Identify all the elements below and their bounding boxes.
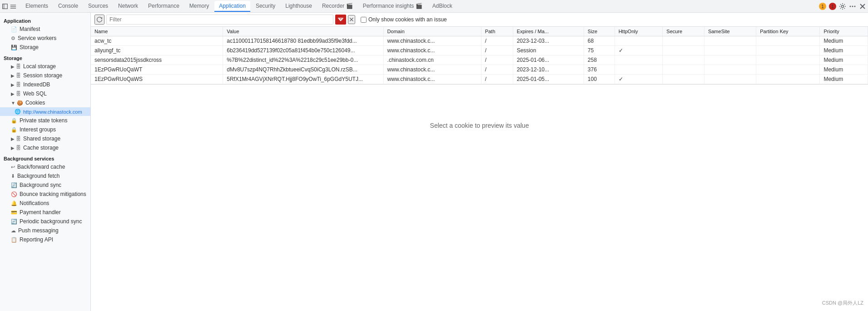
periodic-bg-sync-icon: 🔄 <box>11 219 17 225</box>
cell-row4-col3: / <box>481 75 513 84</box>
bounce-tracking-icon: 🚫 <box>11 191 17 197</box>
col-header-partition-key[interactable]: Partition Key <box>756 27 820 36</box>
sidebar-item-storage-app[interactable]: 💾 Storage <box>0 43 90 52</box>
cell-row1-col1: 6b236419dd527139f02c05a81f454b0e750c1260… <box>223 46 383 55</box>
tab-memory[interactable]: Memory <box>185 1 213 12</box>
sidebar-item-interest-groups[interactable]: 🔒 Interest groups <box>0 125 90 134</box>
filter-bar: ✕ Only show cookies with an issue <box>91 13 868 27</box>
session-storage-icon: 🗄 <box>16 73 21 78</box>
table-header-row: Name Value Domain Path Expires / Ma... S… <box>91 27 868 36</box>
sidebar-item-back-forward-cache[interactable]: ↩ Back/forward cache <box>0 162 90 171</box>
tab-application[interactable]: Application <box>214 1 250 12</box>
svg-rect-4 <box>10 8 16 8</box>
clear-search-button[interactable]: ✕ <box>348 15 355 24</box>
col-header-name[interactable]: Name <box>91 27 223 36</box>
cookies-url-icon: 🌐 <box>15 109 21 115</box>
sidebar-item-manifest[interactable]: 📄 Manifest <box>0 25 90 34</box>
sidebar-item-background-fetch[interactable]: ⬇ Background fetch <box>0 171 90 181</box>
col-header-expires[interactable]: Expires / Ma... <box>513 27 584 36</box>
cell-row1-col6: ✓ <box>615 46 663 55</box>
tab-lighthouse[interactable]: Lighthouse <box>281 1 317 12</box>
svg-point-5 <box>842 5 844 7</box>
tab-adblock[interactable]: AdBlock <box>428 1 457 12</box>
sidebar-item-local-storage[interactable]: ▶ 🗄 Local storage <box>0 62 90 71</box>
sidebar-item-indexeddb[interactable]: ▶ 🗄 IndexedDB <box>0 80 90 89</box>
cell-row2-col4: 2025-01-06... <box>513 55 584 65</box>
sidebar-item-cache-storage[interactable]: ▶ 🗄 Cache storage <box>0 143 90 152</box>
col-header-priority[interactable]: Priority <box>820 27 868 36</box>
svg-point-7 <box>852 5 853 7</box>
refresh-button[interactable] <box>94 15 104 25</box>
settings-icon[interactable] <box>839 3 846 10</box>
cell-row0-col6 <box>615 36 663 46</box>
cell-row1-col10: Medium <box>820 46 868 55</box>
push-messaging-icon: ☁ <box>11 228 16 234</box>
close-devtools-icon[interactable] <box>859 3 866 10</box>
cell-row4-col4: 2025-01-05... <box>513 75 584 84</box>
sidebar-item-notifications[interactable]: 🔔 Notifications <box>0 199 90 208</box>
svg-rect-3 <box>10 6 16 7</box>
col-header-secure[interactable]: Secure <box>663 27 704 36</box>
cell-row0-col0: acw_tc <box>91 36 223 46</box>
col-header-httponly[interactable]: HttpOnly <box>615 27 663 36</box>
cell-row4-col6: ✓ <box>615 75 663 84</box>
content-area: ✕ Only show cookies with an issue Name V… <box>91 13 868 311</box>
only-issues-checkbox[interactable] <box>361 17 367 23</box>
table-row[interactable]: sensorsdata2015jssdkcross%7B%22distinct_… <box>91 55 868 65</box>
sidebar-item-push-messaging[interactable]: ☁ Push messaging <box>0 226 90 235</box>
table-row[interactable]: 1EzPGwRUoQaWTdMv8U7szp4NQ7RhhZkbtueeiCvq… <box>91 65 868 75</box>
col-header-path[interactable]: Path <box>481 27 513 36</box>
cell-row0-col2: www.chinastock.c... <box>383 36 481 46</box>
tab-console[interactable]: Console <box>54 1 83 12</box>
cell-row3-col6 <box>615 65 663 75</box>
sidebar-item-shared-storage[interactable]: ▶ 🗄 Shared storage <box>0 134 90 143</box>
col-header-size[interactable]: Size <box>584 27 615 36</box>
dock-icon[interactable] <box>2 3 8 10</box>
cookie-preview-area: Select a cookie to preview its value <box>91 84 868 166</box>
cookies-table-container: Name Value Domain Path Expires / Ma... S… <box>91 27 868 311</box>
tab-recorder[interactable]: Recorder 🎬 <box>317 1 357 12</box>
cookie-preview-text: Select a cookie to preview its value <box>430 122 529 129</box>
cell-row4-col8 <box>704 75 756 84</box>
svg-point-6 <box>850 5 851 7</box>
application-section-title: Application <box>0 15 90 25</box>
cell-row3-col4: 2023-12-10... <box>513 65 584 75</box>
sidebar-item-service-workers[interactable]: ⚙ Service workers <box>0 34 90 43</box>
sidebar-item-web-sql[interactable]: ▶ 🗄 Web SQL <box>0 89 90 98</box>
clear-filter-button[interactable] <box>335 15 346 25</box>
sidebar-item-bounce-tracking[interactable]: 🚫 Bounce tracking mitigations <box>0 190 90 199</box>
col-header-samesite[interactable]: SameSite <box>704 27 756 36</box>
sidebar-item-private-state-tokens[interactable]: 🔒 Private state tokens <box>0 116 90 125</box>
col-header-value[interactable]: Value <box>223 27 383 36</box>
tab-performance[interactable]: Performance <box>144 1 184 12</box>
cookies-icon: 🍪 <box>17 100 23 106</box>
table-row[interactable]: acw_tcac110001170158146618780 81edbb99ad… <box>91 36 868 46</box>
cell-row3-col8 <box>704 65 756 75</box>
tab-security[interactable]: Security <box>251 1 280 12</box>
sidebar-item-background-sync[interactable]: 🔄 Background sync <box>0 181 90 190</box>
cell-row2-col1: %7B%22distinct_id%22%3A%2218c29c51ee29bb… <box>223 55 383 65</box>
col-header-domain[interactable]: Domain <box>383 27 481 36</box>
tab-elements[interactable]: Elements <box>21 1 53 12</box>
tab-bar: Elements Console Sources Network Perform… <box>0 0 868 13</box>
tab-performance-insights[interactable]: Performance insights 🎬 <box>358 1 427 12</box>
tab-sources[interactable]: Sources <box>84 1 113 12</box>
layout-icon[interactable] <box>10 3 16 10</box>
sidebar-item-cookies-url[interactable]: 🌐 http://www.chinastock.com <box>0 107 90 116</box>
sidebar-item-reporting-api[interactable]: 📋 Reporting API <box>0 235 90 244</box>
cell-row2-col3: / <box>481 55 513 65</box>
filter-input[interactable] <box>106 15 333 25</box>
sidebar-item-payment-handler[interactable]: 💳 Payment handler <box>0 208 90 217</box>
service-workers-icon: ⚙ <box>11 35 15 41</box>
sidebar-item-session-storage[interactable]: ▶ 🗄 Session storage <box>0 71 90 80</box>
sidebar-item-cookies[interactable]: ▼ 🍪 Cookies <box>0 98 90 107</box>
main-layout: Application 📄 Manifest ⚙ Service workers… <box>0 13 868 311</box>
more-icon[interactable] <box>849 3 856 10</box>
sidebar-item-periodic-bg-sync[interactable]: 🔄 Periodic background sync <box>0 217 90 226</box>
cell-row1-col4: Session <box>513 46 584 55</box>
sidebar: Application 📄 Manifest ⚙ Service workers… <box>0 13 91 311</box>
table-row[interactable]: aliyungf_tc6b236419dd527139f02c05a81f454… <box>91 46 868 55</box>
tab-network[interactable]: Network <box>114 1 143 12</box>
table-row[interactable]: 1EzPGwRUoQaWS5RfX1Mr4AGVjXNrRQT.Hjj8FO9y… <box>91 75 868 84</box>
cell-row0-col1: ac110001170158146618780 81edbb99ad35f9e3… <box>223 36 383 46</box>
